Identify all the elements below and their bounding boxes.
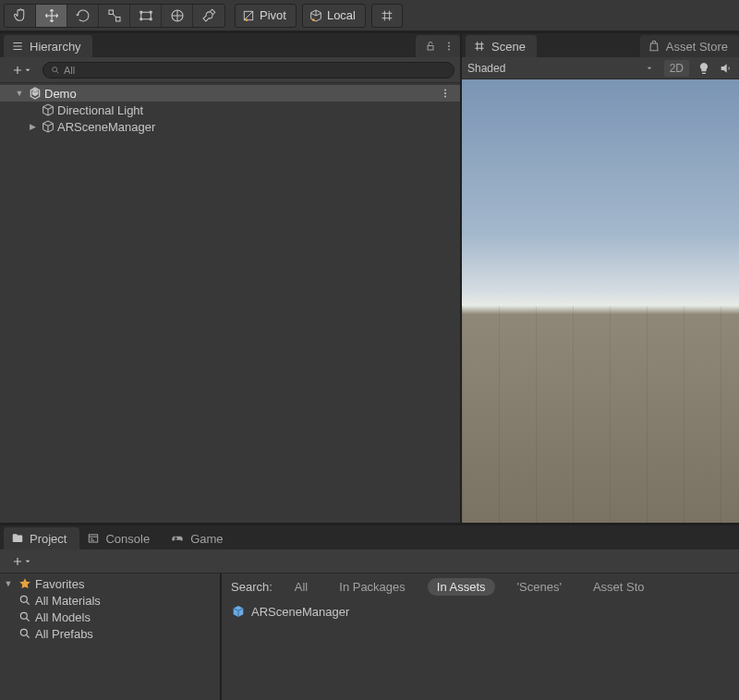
cube-icon [309,8,323,23]
svg-rect-0 [109,10,114,15]
unity-icon [28,86,42,101]
filter-scenes[interactable]: 'Scenes' [508,578,571,596]
svg-point-18 [444,96,446,98]
rect-tool-button[interactable] [130,4,162,28]
chevron-down-icon[interactable]: ▼ [2,579,15,588]
asset-item[interactable]: ARSceneManager [231,603,730,620]
search-placeholder: All [64,65,75,76]
local-toggle-button[interactable]: Local [302,4,366,28]
shading-mode-label: Shaded [467,62,505,75]
chevron-down-icon[interactable]: ▼ [13,89,26,98]
hierarchy-search[interactable]: All [42,62,454,78]
rotate-tool-button[interactable] [67,4,99,28]
assets-list: ARSceneManager [222,599,739,700]
folder-icon [11,532,24,545]
local-label: Local [327,8,356,22]
scene-grid-icon [473,40,486,53]
plus-icon [11,555,24,568]
project-add-button[interactable] [6,552,37,571]
rotate-icon [75,7,91,24]
move-tool-button[interactable] [36,4,67,28]
plus-icon [11,64,24,77]
hierarchy-icon [11,40,24,53]
search-icon [18,610,31,623]
filter-in-packages[interactable]: In Packages [330,578,415,596]
transform-tool-group [4,4,225,28]
chevron-right-icon[interactable]: ▶ [26,122,39,131]
svg-point-20 [20,596,27,602]
search-icon [18,627,31,640]
svg-point-12 [448,42,450,44]
hierarchy-item-label: Directional Light [57,103,143,117]
hierarchy-tree: ▼ Demo Directional Light ▶ ARSceneManage… [0,83,460,523]
lightbulb-icon[interactable] [697,61,711,76]
hierarchy-item-label: ARSceneManager [57,120,155,134]
kebab-icon[interactable] [440,88,451,99]
main-area: Hierarchy All ▼ Demo [0,31,739,523]
search-icon [51,66,60,75]
svg-point-15 [53,66,57,71]
hierarchy-item[interactable]: ▶ ARSceneManager [0,118,460,135]
svg-point-21 [20,612,27,619]
audio-icon[interactable] [719,61,733,76]
svg-rect-19 [90,535,98,542]
snap-button[interactable] [371,4,403,28]
filter-in-assets[interactable]: In Assets [428,578,495,596]
tab-project[interactable]: Project [4,527,79,549]
svg-point-17 [444,92,446,94]
transform-icon [169,7,186,24]
tab-scene[interactable]: Scene [466,35,537,57]
svg-point-14 [448,49,450,51]
pivot-icon [241,8,256,23]
wrench-icon [200,7,217,24]
hierarchy-item[interactable]: Directional Light [0,102,460,118]
2d-toggle-button[interactable]: 2D [664,60,689,77]
scene-tab-row: Scene Asset Store [462,33,739,57]
project-toolbar [0,549,739,573]
hierarchy-panel: Hierarchy All ▼ Demo [0,31,462,523]
assets-column: Search: All In Packages In Assets 'Scene… [222,573,739,700]
favorite-item[interactable]: All Materials [0,592,220,609]
tab-game[interactable]: Game [163,527,236,549]
scale-icon [106,7,123,24]
favorites-label: Favorites [35,577,84,591]
custom-tool-button[interactable] [193,4,224,28]
svg-point-22 [20,629,27,635]
tab-console[interactable]: Console [79,527,163,549]
hand-icon [12,7,29,24]
scene-header-row[interactable]: ▼ Demo [0,85,460,102]
shading-mode-dropdown[interactable]: Shaded [467,62,657,75]
favorite-item[interactable]: All Models [0,609,220,625]
svg-point-16 [444,90,446,91]
favorite-item-label: All Materials [35,594,101,608]
search-icon [18,594,31,607]
filter-asset-store[interactable]: Asset Sto [584,578,654,596]
lock-icon[interactable] [425,41,436,52]
tab-hierarchy[interactable]: Hierarchy [4,35,92,57]
transform-tool-button[interactable] [162,4,193,28]
grid-snap-icon [380,8,394,23]
chevron-down-icon [24,66,31,74]
scene-panel: Scene Asset Store Shaded 2D [462,31,739,523]
add-button[interactable] [6,61,37,79]
hierarchy-tab-label: Hierarchy [30,40,81,54]
tab-asset-store[interactable]: Asset Store [640,35,739,57]
asset-item-label: ARSceneManager [251,605,349,619]
svg-rect-2 [140,12,151,19]
scale-tool-button[interactable] [99,4,130,28]
favorite-item-label: All Prefabs [35,627,93,641]
pivot-toggle-button[interactable]: Pivot [235,4,297,28]
favorites-header[interactable]: ▼ Favorites [0,575,220,592]
search-label: Search: [231,580,273,594]
rect-icon [138,7,154,24]
filter-all[interactable]: All [285,578,317,596]
favorites-column: ▼ Favorites All Materials All Models All… [0,573,222,700]
scene-viewport[interactable] [462,79,739,523]
top-toolbar: Pivot Local [0,0,739,31]
hierarchy-toolbar: All [0,57,460,83]
kebab-icon[interactable] [443,41,454,52]
hand-tool-button[interactable] [5,4,36,28]
favorite-item-label: All Models [35,610,91,624]
console-icon [87,532,100,545]
favorite-item[interactable]: All Prefabs [0,625,220,642]
